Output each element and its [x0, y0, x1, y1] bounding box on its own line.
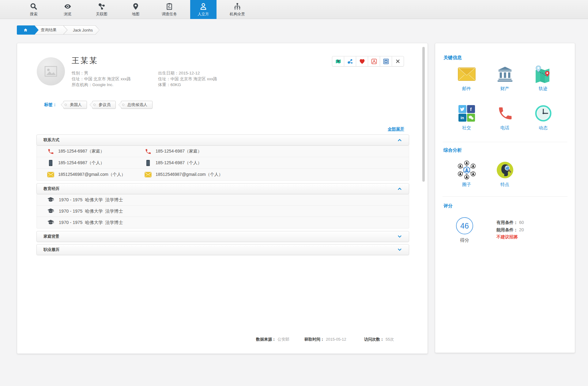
feature-label: 轨迹	[539, 86, 548, 92]
nav-item-person-cube[interactable]: 人立方	[190, 0, 217, 19]
tags-row: 标签： 美国人 参议员 总统候选人	[44, 101, 153, 109]
nav-item-org-panorama[interactable]: 机构全景	[223, 0, 252, 19]
person-details-right: 出生日期：2015-12-12 住址：中国 北京市 海淀区 xxx路 体重：60…	[158, 70, 217, 88]
pdf-export-icon	[371, 58, 377, 65]
heart-icon	[359, 58, 365, 65]
nav-item-browse[interactable]: 浏览	[53, 0, 82, 19]
chevron-up-icon[interactable]	[397, 138, 402, 142]
search-icon	[30, 2, 38, 11]
education-row: 1970 - 1975 哈佛大学 法学博士	[37, 217, 409, 228]
section-header-contact[interactable]: 联系方式	[36, 134, 409, 146]
chevron-up-icon[interactable]	[397, 187, 402, 191]
score-verdict: 不建议招募	[496, 233, 524, 241]
nav-item-map[interactable]: 地图	[121, 0, 150, 19]
visit-count: 访问次数：55次	[364, 337, 394, 342]
image-placeholder-icon	[44, 66, 57, 77]
feature-label: 电话	[500, 125, 509, 131]
feature-label: 动态	[539, 125, 548, 131]
contact-value: 185-1254-6987（个人）	[156, 160, 202, 166]
nav-item-relation-graph[interactable]: 关联图	[87, 0, 116, 19]
record-meta-footer: 数据来源：公安部 获取时间：2015-05-12 访问次数：55次	[17, 337, 428, 343]
tags-label: 标签：	[44, 102, 57, 108]
tag-presidential-candidate[interactable]: 总统候选人	[121, 101, 153, 109]
expand-all-link[interactable]: 全部展开	[388, 127, 404, 132]
graph-share-icon	[347, 58, 353, 65]
nav-label: 机构全景	[230, 12, 245, 17]
facebook-icon: f	[467, 105, 475, 113]
action-toolbar	[332, 56, 404, 66]
breadcrumb-current-person[interactable]: Jack Jonhs	[63, 25, 100, 35]
contact-value: 18512546987@gmail.com（个人）	[58, 172, 126, 177]
card-scrollbar[interactable]	[422, 47, 425, 182]
eye-icon	[63, 2, 72, 11]
acquired-time: 获取时间：2015-05-12	[304, 337, 346, 342]
org-chart-icon	[233, 2, 241, 11]
contact-value: 185-1254-6987（个人）	[58, 160, 104, 166]
nav-label: 人立方	[198, 12, 209, 17]
nav-item-investigation-tasks[interactable]: 调查任务	[155, 0, 184, 19]
envelope-icon	[47, 172, 54, 177]
breadcrumb-label: Jack Jonhs	[73, 28, 93, 32]
tag-american[interactable]: 美国人	[63, 101, 87, 109]
envelope-icon	[145, 172, 152, 177]
section-body-education: 1970 - 1975 哈佛大学 法学博士 1970 - 1975 哈佛大学 法…	[36, 194, 409, 229]
feature-label: 圈子	[462, 182, 471, 187]
contact-value: 18512546987@gmail.com（个人）	[156, 172, 223, 177]
section-header-education[interactable]: 教育经历	[36, 183, 409, 194]
education-row: 1970 - 1975 哈佛大学 法学博士	[37, 194, 409, 206]
feature-social[interactable]: f in 社交	[447, 104, 486, 131]
nav-label: 地图	[132, 12, 140, 17]
clipboard-task-icon	[166, 2, 173, 11]
section-header-career[interactable]: 职业履历	[36, 244, 409, 255]
graduation-cap-icon	[47, 208, 54, 214]
mail-icon	[458, 65, 476, 83]
contact-row: 185-1254-6987（个人） 185-1254-6987（个人）	[37, 157, 409, 169]
score-value: 46	[460, 221, 469, 230]
feature-traits[interactable]: 特点	[486, 161, 524, 187]
nav-item-search[interactable]: 搜索	[19, 0, 48, 19]
score-line-usable: 能用条件：20	[496, 226, 524, 234]
feature-label: 邮件	[462, 86, 471, 92]
nav-label: 浏览	[64, 12, 72, 17]
education-row: 1970 - 1975 哈佛大学 法学博士	[37, 206, 409, 217]
feature-phone[interactable]: 电话	[486, 104, 524, 131]
twitter-icon	[458, 105, 466, 113]
detail-address: 住址：中国 北京市 海淀区 xxx路	[72, 76, 131, 82]
person-name: 王某某	[72, 55, 98, 66]
favorite-button[interactable]	[356, 56, 368, 66]
mobile-icon	[145, 160, 152, 166]
chevron-down-icon[interactable]	[397, 248, 402, 252]
detail-address2: 住址：中国 北京市 海淀区 xxx路	[158, 76, 217, 82]
map-icon	[335, 58, 341, 65]
feature-activity[interactable]: 动态	[524, 104, 562, 131]
export-pdf-button[interactable]	[368, 56, 380, 66]
panel-divider	[443, 142, 567, 142]
section-header-family[interactable]: 家庭背景	[36, 231, 409, 242]
section-title: 家庭背景	[43, 234, 59, 239]
close-button[interactable]	[392, 56, 404, 66]
map-button[interactable]	[332, 56, 344, 66]
detail-weight: 体重：60KG	[158, 82, 217, 88]
phone-icon	[145, 148, 152, 155]
feature-mail[interactable]: 邮件	[447, 65, 486, 92]
tag-senator[interactable]: 参议员	[92, 101, 116, 109]
detail-organization: 所在机构：Google Inc.	[72, 82, 131, 88]
home-icon	[23, 28, 28, 32]
panel-heading-key-info: 关键信息	[443, 55, 462, 61]
feature-circle[interactable]: 圈子	[447, 161, 486, 187]
education-value: 1970 - 1975 哈佛大学 法学博士	[59, 220, 123, 225]
contact-value: 185-1254-6987（家庭）	[58, 149, 104, 154]
export-word-button[interactable]	[380, 56, 392, 66]
nav-label: 搜索	[30, 12, 38, 17]
head-magnifier-icon	[496, 161, 514, 179]
feature-trajectory[interactable]: 轨迹	[524, 65, 562, 92]
map-pin-icon	[132, 2, 139, 11]
panel-heading-analysis: 综合分析	[443, 147, 462, 153]
feature-property[interactable]: 财产	[486, 65, 524, 92]
data-source: 数据来源：公安部	[256, 337, 289, 342]
education-value: 1970 - 1975 哈佛大学 法学博士	[59, 208, 123, 214]
chevron-down-icon[interactable]	[397, 235, 402, 238]
relation-graph-button[interactable]	[344, 56, 356, 66]
breadcrumb-home[interactable]	[17, 25, 39, 35]
contact-value: 185-1254-6987（家庭）	[156, 149, 202, 154]
